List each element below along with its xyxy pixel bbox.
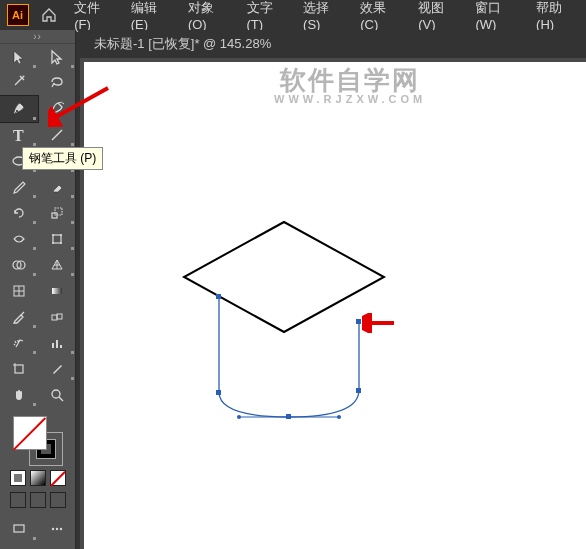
svg-point-26 <box>52 390 60 398</box>
pen-tool[interactable] <box>0 96 38 122</box>
scale-tool[interactable] <box>38 200 76 226</box>
svg-point-29 <box>52 528 54 530</box>
svg-point-31 <box>60 528 62 530</box>
draw-behind-icon[interactable] <box>30 492 46 508</box>
svg-rect-22 <box>60 345 62 348</box>
svg-point-11 <box>60 242 62 244</box>
svg-point-12 <box>13 261 21 269</box>
svg-rect-35 <box>356 388 361 393</box>
svg-rect-36 <box>356 319 361 324</box>
perspective-tool[interactable] <box>38 252 76 278</box>
svg-point-10 <box>52 242 54 244</box>
slice-tool[interactable] <box>38 356 76 382</box>
draw-inside-icon[interactable] <box>50 492 66 508</box>
gradient-mode-icon[interactable] <box>30 470 46 486</box>
canvas-area[interactable]: 软件自学网 WWW.RJZXW.COM <box>80 58 586 549</box>
selection-tool[interactable] <box>0 44 38 70</box>
svg-line-27 <box>59 397 63 401</box>
toolbox: ›› T <box>0 30 76 549</box>
lasso-tool[interactable] <box>38 70 76 96</box>
app-icon: Ai <box>4 1 31 29</box>
svg-rect-19 <box>57 314 62 319</box>
magic-wand-tool[interactable] <box>0 70 38 96</box>
svg-point-8 <box>52 234 54 236</box>
zoom-tool[interactable] <box>38 382 76 408</box>
pen-path-in-progress <box>216 294 361 419</box>
svg-text:T: T <box>13 127 24 143</box>
svg-point-38 <box>237 415 241 419</box>
svg-point-39 <box>337 415 341 419</box>
shape-builder-tool[interactable] <box>0 252 38 278</box>
svg-rect-7 <box>53 235 61 243</box>
rotate-tool[interactable] <box>0 200 38 226</box>
svg-rect-6 <box>55 208 62 215</box>
svg-point-30 <box>56 528 58 530</box>
line-tool[interactable] <box>38 122 76 148</box>
draw-normal-icon[interactable] <box>10 492 26 508</box>
svg-point-0 <box>24 76 25 77</box>
svg-line-3 <box>52 130 62 140</box>
svg-rect-33 <box>216 390 221 395</box>
svg-point-13 <box>17 261 25 269</box>
svg-rect-28 <box>14 525 24 532</box>
menu-bar: Ai 文件(F) 编辑(E) 对象(O) 文字(T) 选择(S) 效果(C) 视… <box>0 0 586 30</box>
screen-mode-tool[interactable] <box>0 516 38 542</box>
svg-rect-17 <box>52 288 62 294</box>
ai-logo-icon: Ai <box>7 4 29 26</box>
document-tab[interactable]: 未标题-1 [已恢复]* @ 145.28% <box>86 31 279 57</box>
none-mode-icon[interactable] <box>50 470 66 486</box>
free-transform-tool[interactable] <box>38 226 76 252</box>
fill-swatch[interactable] <box>13 416 47 450</box>
mesh-tool[interactable] <box>0 278 38 304</box>
eyedropper-tool[interactable] <box>0 304 38 330</box>
toolbox-grip[interactable]: ›› <box>0 30 75 44</box>
hat-top-shape <box>184 222 384 332</box>
shaper-tool[interactable] <box>0 174 38 200</box>
width-tool[interactable] <box>0 226 38 252</box>
svg-rect-23 <box>15 365 23 373</box>
svg-point-1 <box>16 110 18 112</box>
svg-rect-14 <box>14 286 24 296</box>
svg-point-9 <box>60 234 62 236</box>
edit-toolbar-button[interactable] <box>38 516 76 542</box>
fill-stroke-control[interactable] <box>13 416 63 466</box>
pen-tool-tooltip: 钢笔工具 (P) <box>22 147 103 170</box>
color-swatch-area <box>0 412 75 510</box>
document-tab-bar: 未标题-1 [已恢复]* @ 145.28% <box>80 30 586 58</box>
svg-rect-18 <box>52 315 57 320</box>
hand-tool[interactable] <box>0 382 38 408</box>
color-mode-icon[interactable] <box>10 470 26 486</box>
curvature-tool[interactable] <box>38 96 76 122</box>
blend-tool[interactable] <box>38 304 76 330</box>
type-tool[interactable]: T <box>0 122 38 148</box>
eraser-tool[interactable] <box>38 174 76 200</box>
artboard[interactable]: 软件自学网 WWW.RJZXW.COM <box>84 62 586 549</box>
svg-rect-32 <box>216 294 221 299</box>
gradient-tool[interactable] <box>38 278 76 304</box>
graph-tool[interactable] <box>38 330 76 356</box>
svg-rect-5 <box>52 213 57 218</box>
symbol-sprayer-tool[interactable] <box>0 330 38 356</box>
svg-rect-21 <box>56 340 58 348</box>
artboard-tool[interactable] <box>0 356 38 382</box>
artwork <box>84 62 584 542</box>
direct-selection-tool[interactable] <box>38 44 76 70</box>
home-icon[interactable] <box>37 4 60 26</box>
svg-rect-20 <box>52 343 54 348</box>
